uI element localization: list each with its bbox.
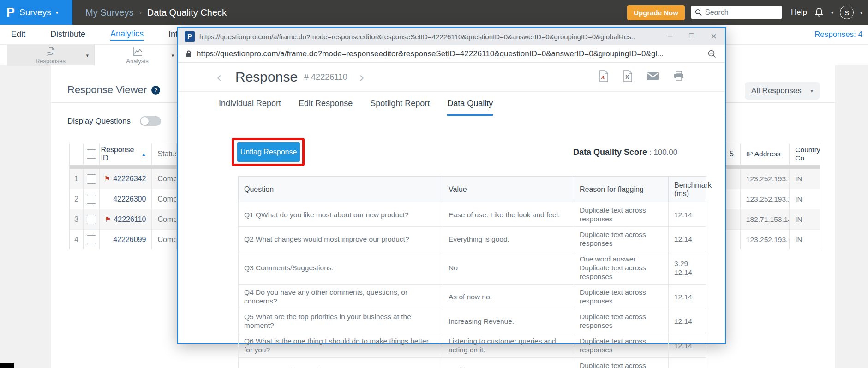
search-box[interactable] bbox=[691, 6, 782, 19]
ip-address-cell: 123.252.193.148 bbox=[741, 189, 790, 209]
row-checkbox[interactable] bbox=[87, 195, 96, 204]
horizontal-scrollbar[interactable] bbox=[726, 165, 820, 169]
chevron-down-icon[interactable]: ▾ bbox=[860, 10, 862, 15]
close-button[interactable]: × bbox=[711, 31, 717, 42]
col5-cell bbox=[726, 209, 741, 230]
responses-count: Responses: 4 bbox=[814, 30, 862, 39]
status-cell: Comple bbox=[152, 230, 177, 249]
previous-response-icon[interactable]: ‹ bbox=[217, 70, 221, 84]
response-id-link[interactable]: 42226099 bbox=[113, 236, 146, 244]
address-bar[interactable]: https://questionpro.com/a/frame.do?mode=… bbox=[178, 45, 725, 63]
table-row: 3⚑42226110Comple bbox=[70, 209, 177, 230]
maximize-button[interactable]: □ bbox=[689, 31, 694, 42]
display-questions-label: Display Questions bbox=[67, 117, 131, 126]
horizontal-scrollbar[interactable] bbox=[70, 165, 177, 169]
row-checkbox[interactable] bbox=[87, 174, 96, 184]
question-cell: Q6 What is the one thing I should do to … bbox=[239, 333, 443, 358]
address-url: https://questionpro.com/a/frame.do?mode=… bbox=[197, 49, 695, 59]
ip-address-header: IP Address bbox=[741, 143, 790, 165]
response-id-link[interactable]: 42226110 bbox=[114, 215, 146, 224]
display-questions-toggle[interactable] bbox=[140, 116, 161, 126]
score-label: Data Quality Score bbox=[573, 148, 647, 157]
topbar-right: Upgrade Now Help ▾ S ▾ bbox=[627, 0, 862, 25]
toolbar-responses-button[interactable]: Responses ▾ bbox=[7, 45, 95, 66]
page-title: Response Viewer bbox=[67, 84, 147, 96]
select-all-checkbox[interactable] bbox=[87, 149, 96, 159]
tab-analytics[interactable]: Analytics bbox=[110, 29, 144, 41]
response-id-cell: ⚑42226342 bbox=[100, 169, 152, 189]
svg-text:A: A bbox=[601, 74, 605, 80]
benchmark-cell: 12.14 bbox=[669, 285, 706, 309]
benchmark-cell: 12.14 bbox=[669, 358, 706, 368]
print-icon[interactable] bbox=[673, 71, 684, 81]
toolbar-analysis-button[interactable]: Analysis ▾ bbox=[95, 45, 180, 66]
breadcrumb-current: Data Quality Check bbox=[147, 7, 227, 18]
response-id-link[interactable]: 42226342 bbox=[113, 175, 146, 183]
zoom-out-icon[interactable] bbox=[707, 49, 717, 59]
benchmark-header: Benchmark (ms) bbox=[669, 177, 706, 202]
row-checkbox[interactable] bbox=[87, 235, 96, 244]
value-cell: Nothing. bbox=[443, 358, 574, 368]
table-row: 242226300Comple bbox=[70, 189, 177, 209]
tab-data-quality[interactable]: Data Quality bbox=[447, 99, 493, 116]
table-row: 123.252.193.148IN bbox=[726, 189, 820, 209]
reason-cell: Duplicate text across responses bbox=[574, 202, 669, 227]
export-pdf-icon[interactable]: A bbox=[599, 70, 609, 82]
email-icon[interactable] bbox=[647, 71, 659, 81]
tab-edit[interactable]: Edit bbox=[11, 30, 25, 40]
upgrade-now-button[interactable]: Upgrade Now bbox=[627, 5, 685, 20]
tab-spotlight-report[interactable]: Spotlight Report bbox=[370, 99, 430, 116]
next-response-icon[interactable]: › bbox=[359, 70, 364, 84]
questionpro-favicon-icon: P bbox=[185, 31, 195, 42]
response-id-header[interactable]: Response ID▲ bbox=[100, 143, 152, 165]
status-header: Status bbox=[152, 143, 177, 165]
screen-corner-artifact bbox=[0, 363, 14, 368]
dq-table-row: Q6 What is the one thing I should do to … bbox=[239, 333, 706, 358]
avatar[interactable]: S bbox=[840, 6, 854, 19]
breadcrumb-my-surveys[interactable]: My Surveys bbox=[85, 7, 133, 18]
data-quality-table: Question Value Reason for flagging Bench… bbox=[238, 176, 706, 368]
modal-title-bar: P https://questionpro.com/a/frame.do?mod… bbox=[178, 28, 725, 45]
search-input[interactable] bbox=[705, 8, 774, 17]
ip-address-cell: 182.71.153.146 bbox=[741, 209, 790, 230]
tab-distribute[interactable]: Distribute bbox=[50, 30, 85, 40]
dq-table-row: Q4 Do you have any other comments, quest… bbox=[239, 285, 706, 309]
product-switcher[interactable]: P Surveys ▾ bbox=[0, 0, 72, 25]
help-icon[interactable]: ? bbox=[151, 86, 160, 95]
ip-address-cell: 123.252.193.148 bbox=[741, 169, 790, 189]
row-checkbox[interactable] bbox=[87, 215, 96, 224]
dq-table-row: Q7 Comments/Suggestions:Nothing.Duplicat… bbox=[239, 358, 706, 368]
value-cell: Listening to customer queries and acting… bbox=[443, 333, 574, 358]
tab-edit-response[interactable]: Edit Response bbox=[299, 99, 353, 116]
notification-bell-icon[interactable] bbox=[814, 7, 825, 18]
unflag-response-button[interactable]: Unflag Response bbox=[237, 142, 300, 162]
chevron-down-icon[interactable]: ▾ bbox=[831, 10, 833, 15]
reason-cell: Duplicate text across responses bbox=[574, 333, 669, 358]
question-cell: Q5 What are the top priorities in your b… bbox=[239, 309, 443, 333]
response-table-left: Response ID▲ Status 1⚑42226342Comple2422… bbox=[69, 143, 177, 249]
col5-cell bbox=[726, 169, 741, 189]
reason-header: Reason for flagging bbox=[574, 177, 669, 202]
status-cell: Comple bbox=[152, 169, 177, 189]
value-cell: Everything is good. bbox=[443, 227, 574, 251]
reason-cell: Duplicate text across responses bbox=[574, 285, 669, 309]
response-filter-dropdown[interactable]: All Responses ▾ bbox=[745, 82, 820, 100]
export-excel-icon[interactable]: X bbox=[623, 70, 633, 82]
benchmark-cell: 12.14 bbox=[669, 309, 706, 333]
score-value: : 100.00 bbox=[647, 148, 677, 157]
row-number: 3 bbox=[70, 209, 84, 230]
response-id-label: # 42226110 bbox=[304, 72, 347, 82]
tab-individual-report[interactable]: Individual Report bbox=[219, 99, 281, 116]
reason-cell: Duplicate text across responses bbox=[574, 227, 669, 251]
response-filter-value: All Responses bbox=[751, 86, 802, 95]
reason-cell: One word answerDuplicate text across res… bbox=[574, 251, 669, 285]
dq-table-row: Q2 What changes would most improve our p… bbox=[239, 227, 706, 251]
response-id-link[interactable]: 42226300 bbox=[113, 195, 146, 203]
flag-icon: ⚑ bbox=[105, 216, 111, 223]
question-cell: Q7 Comments/Suggestions: bbox=[239, 358, 443, 368]
export-actions: A X bbox=[599, 70, 684, 82]
minimize-button[interactable]: – bbox=[668, 31, 672, 42]
data-quality-score: Data Quality Score : 100.00 bbox=[573, 148, 677, 157]
select-all-cell bbox=[84, 143, 100, 165]
help-link[interactable]: Help bbox=[791, 8, 807, 17]
